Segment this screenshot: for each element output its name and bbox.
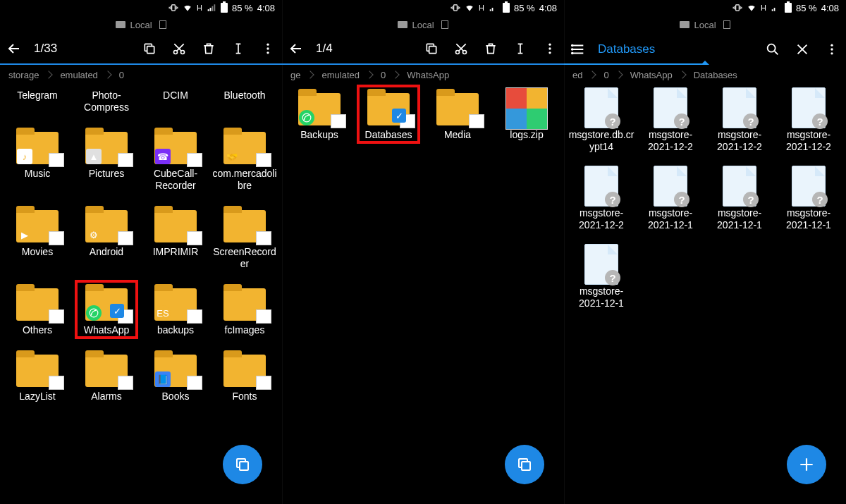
svg-point-13 [548,44,551,46]
file-item[interactable]: ?msgstore-2021-12-2 [776,87,842,153]
file-item[interactable]: IMPRIMIR [142,204,209,270]
file-item[interactable]: ?msgstore-2021-12-1 [568,244,634,309]
crumb[interactable]: emulated [54,70,113,80]
crumb[interactable]: WhatsApp [625,70,688,80]
crumb[interactable]: 0 [114,70,140,80]
svg-point-7 [90,309,98,317]
file-label: msgstore-2021-12-1 [776,207,842,231]
file-item[interactable]: ?msgstore-2021-12-2 [568,166,634,231]
back-button[interactable] [4,39,24,59]
crumb[interactable]: WhatsApp [401,70,465,80]
file-item[interactable]: ✓Databases [355,87,422,141]
fab-paste[interactable] [505,445,544,484]
crumb[interactable]: 0 [375,70,401,80]
file-item[interactable]: ?msgstore-2021-12-1 [637,166,704,231]
file-item[interactable]: Photo-Compress [73,87,140,113]
back-button[interactable] [286,39,306,59]
file-label: ScreenRecorder [212,246,278,270]
file-item[interactable]: ?msgstore.db.crypt14 [568,87,634,153]
selection-count: 1/33 [34,42,57,56]
breadcrumb[interactable]: storage emulated 0 [0,65,282,85]
file-label: Bluetooth [223,90,265,102]
svg-point-23 [830,44,833,47]
more-button[interactable] [258,39,278,59]
file-item[interactable]: Telegram [4,87,70,113]
copy-button[interactable] [140,39,159,59]
cut-button[interactable] [169,39,189,59]
file-label: Others [23,324,52,336]
breadcrumb[interactable]: ge emulated 0 WhatsApp [282,65,564,85]
file-label: com.mercadolibre [212,168,278,192]
svg-point-4 [266,44,269,46]
tab-bar[interactable]: Local [564,16,846,34]
file-label: msgstore-2021-12-1 [568,285,634,309]
file-item[interactable]: Others [4,283,70,336]
local-icon [116,21,125,28]
svg-point-5 [266,47,269,49]
crumb[interactable]: ed [567,70,598,80]
file-item[interactable]: ✓WhatsApp [73,283,140,336]
file-item[interactable]: ☎CubeCall-Recorder [142,126,209,192]
file-item[interactable]: fcImages [212,283,278,336]
crumb[interactable]: storage [3,70,54,80]
file-label: msgstore-2021-12-2 [776,129,842,153]
wifi-icon [465,3,474,13]
tab-bar[interactable]: Local [282,16,564,34]
more-button[interactable] [822,39,842,59]
file-item[interactable]: ScreenRecorder [212,204,278,270]
file-item[interactable]: LazyList [4,349,70,402]
crumb[interactable]: Databases [688,70,753,80]
file-item[interactable]: ?msgstore-2021-12-2 [637,87,704,153]
folder-title[interactable]: Databases [598,42,753,56]
file-item[interactable]: ?msgstore-2021-12-1 [776,166,842,231]
menu-button[interactable] [568,39,588,59]
delete-button[interactable] [199,39,219,59]
file-item[interactable]: Backups [286,87,352,141]
file-item[interactable]: Media [424,87,491,141]
delete-button[interactable] [481,39,501,59]
local-icon [398,21,407,28]
file-item[interactable]: Alarms [73,349,140,402]
status-bar: H 85 % 4:08 [0,0,282,16]
file-label: DCIM [163,90,188,102]
close-button[interactable] [792,39,812,59]
sd-icon [441,20,448,29]
more-button[interactable] [540,39,560,59]
fab-paste[interactable] [223,445,262,484]
file-item[interactable]: Bluetooth [212,87,278,113]
crumb[interactable]: 0 [598,70,624,80]
file-label: msgstore-2021-12-2 [637,129,704,153]
file-item[interactable]: ?msgstore-2021-12-2 [706,87,773,153]
svg-rect-10 [429,47,436,54]
tab-label: Local [412,20,434,30]
tab-label: Local [130,20,152,30]
breadcrumb[interactable]: ed 0 WhatsApp Databases [564,65,846,85]
tab-bar[interactable]: Local [0,16,282,34]
file-label: msgstore-2021-12-2 [568,207,634,231]
battery-icon [785,3,792,13]
file-item[interactable]: ♪Music [4,126,70,192]
file-item[interactable]: 📘Books [142,349,209,402]
pane-whatsapp: H 85 % 4:08 Local 1/4 ge emulated 0 What… [282,0,564,504]
file-label: Backups [300,129,338,141]
file-label: msgstore-2021-12-2 [706,129,773,153]
search-button[interactable] [763,39,783,59]
crumb[interactable]: emulated [316,70,374,80]
file-item[interactable]: DCIM [142,87,209,113]
fab-add[interactable] [787,445,826,484]
crumb[interactable]: ge [285,70,316,80]
rename-button[interactable] [510,39,530,59]
file-item[interactable]: logs.zip [494,87,560,141]
pane-storage: H 85 % 4:08 Local 1/33 storage emulated … [0,0,282,504]
file-item[interactable]: ⚙Android [73,204,140,270]
copy-button[interactable] [422,39,441,59]
svg-point-22 [768,44,776,52]
file-item[interactable]: Fonts [212,349,278,402]
file-item[interactable]: 🤝com.mercadolibre [212,126,278,192]
file-item[interactable]: ?msgstore-2021-12-1 [706,166,773,231]
rename-button[interactable] [228,39,248,59]
file-item[interactable]: ESbackups [142,283,209,336]
file-item[interactable]: ▶Movies [4,204,70,270]
file-item[interactable]: ▲Pictures [73,126,140,192]
cut-button[interactable] [451,39,471,59]
